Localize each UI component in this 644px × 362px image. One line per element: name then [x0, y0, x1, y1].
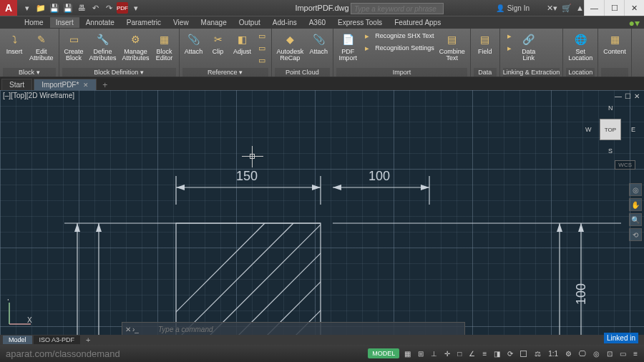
tab-parametric[interactable]: Parametric	[121, 17, 167, 28]
qat-print-icon[interactable]: 🖶	[76, 2, 87, 14]
set-location-button[interactable]: 🌐SetLocation	[566, 30, 595, 68]
search-box[interactable]	[351, 1, 444, 15]
recognition-settings-button[interactable]: ▸Recognition Settings	[361, 42, 436, 54]
pc-attach-button[interactable]: 📎Attach	[307, 30, 330, 68]
command-input[interactable]	[158, 326, 464, 333]
osnap-toggle-icon[interactable]: □	[455, 350, 464, 358]
tab-featured[interactable]: Featured Apps	[389, 17, 447, 28]
layout-model[interactable]: Model	[3, 336, 32, 344]
nav-wheel-icon[interactable]: ◎	[629, 183, 642, 196]
panel-blockdef-label[interactable]: Block Definition ▾	[62, 68, 176, 77]
viewcube-w[interactable]: W	[585, 126, 592, 133]
scale-label[interactable]: 1:1	[546, 350, 560, 358]
workspace-icon[interactable]: ⚙	[563, 350, 574, 358]
wcs-badge[interactable]: WCS	[615, 160, 635, 170]
filetab-start[interactable]: Start	[1, 79, 32, 90]
combine-text-button[interactable]: ▤CombineText	[437, 30, 467, 68]
close-button[interactable]: ✕	[624, 0, 644, 16]
content-button[interactable]: ▦Content	[601, 30, 628, 68]
exchange-icon[interactable]: ✕▾	[547, 4, 557, 13]
tab-a360[interactable]: A360	[303, 17, 331, 28]
tab-addins[interactable]: Add-ins	[267, 17, 303, 28]
panel-ref-label[interactable]: Reference ▾	[182, 68, 268, 77]
viewcube-s[interactable]: S	[608, 147, 613, 155]
isolate-icon[interactable]: ◎	[591, 350, 602, 358]
clip-button[interactable]: ✂Clip	[207, 30, 230, 68]
maximize-button[interactable]: ☐	[604, 0, 624, 16]
panel-import-label[interactable]: Import	[336, 68, 467, 77]
qat-dropdown-icon[interactable]: ▾	[130, 2, 142, 14]
insert-button[interactable]: ⤵Insert	[3, 30, 26, 68]
attach-button[interactable]: 📎Attach	[182, 30, 205, 68]
app-logo[interactable]: A	[0, 0, 17, 16]
layout-iso[interactable]: ISO A3-PDF	[34, 336, 81, 344]
qat-pdf-badge[interactable]: PDF	[117, 2, 128, 14]
tab-manage[interactable]: Manage	[195, 17, 233, 28]
polar-toggle-icon[interactable]: ✛	[442, 350, 452, 358]
link-row1[interactable]: ▸	[503, 30, 516, 41]
search-input[interactable]	[351, 3, 444, 14]
cycle-icon[interactable]: ⟳	[505, 350, 515, 358]
cmd-handle[interactable]: ✕ ›_	[122, 326, 158, 333]
viewcube-face[interactable]: TOP	[600, 119, 621, 140]
cart-icon[interactable]: 🛒	[562, 4, 572, 13]
status-model-button[interactable]: MODEL	[368, 348, 399, 358]
qat-save-icon[interactable]: 💾	[49, 2, 60, 14]
ribbon-collapse-icon[interactable]: ●▾	[629, 17, 640, 29]
link-row2[interactable]: ▸	[503, 42, 516, 54]
create-block-button[interactable]: ▭CreateBlock	[62, 30, 86, 68]
layout-add-button[interactable]: +	[82, 336, 94, 344]
frames-btn[interactable]: ▭	[255, 42, 268, 54]
otrack-toggle-icon[interactable]: ∠	[467, 350, 477, 358]
viewcube[interactable]: N S E W TOP	[585, 104, 635, 155]
filetab-importpdf[interactable]: ImportPDF*✕	[34, 79, 97, 90]
tab-view[interactable]: View	[167, 17, 195, 28]
clean-icon[interactable]: ▭	[618, 350, 628, 358]
define-attr-button[interactable]: 🔧DefineAttributes	[87, 30, 119, 68]
panel-linking-label[interactable]: Linking & Extraction	[503, 68, 560, 77]
command-line[interactable]: ✕ ›_	[122, 322, 465, 336]
recap-button[interactable]: ◆AutodeskReCap	[275, 30, 306, 68]
edit-attribute-button[interactable]: ✎EditAttribute	[27, 30, 56, 68]
signin-button[interactable]: 👤 Sign In	[496, 4, 530, 12]
qat-new-icon[interactable]: ▾	[21, 2, 33, 14]
viewcube-n[interactable]: N	[608, 104, 613, 112]
nav-zoom-icon[interactable]: 🔍	[629, 213, 642, 226]
underlay-btn[interactable]: ▭	[255, 30, 268, 41]
tab-home[interactable]: Home	[19, 17, 49, 28]
panel-loc-label[interactable]: Location	[566, 68, 595, 77]
tab-express[interactable]: Express Tools	[332, 17, 388, 28]
drawing-canvas[interactable]: [–][Top][2D Wireframe] — ☐ ✕ 150 100	[0, 90, 644, 345]
hardware-icon[interactable]: ⊡	[605, 350, 615, 358]
transparency-icon[interactable]: ◨	[492, 350, 502, 358]
grid-toggle-icon[interactable]: ▦	[402, 350, 413, 358]
panel-data-label[interactable]: Data	[474, 68, 497, 77]
viewcube-e[interactable]: E	[631, 126, 635, 133]
snap-btn[interactable]: ▭	[255, 54, 268, 66]
data-link-button[interactable]: 🔗DataLink	[517, 30, 540, 68]
lineweight-icon[interactable]: ≡	[480, 350, 489, 358]
qat-redo-icon[interactable]: ↷	[103, 2, 114, 14]
cmd-close-icon[interactable]: ✕	[125, 326, 131, 333]
field-button[interactable]: ▤Field	[474, 30, 497, 68]
snap-toggle-icon[interactable]: ⊞	[416, 350, 426, 358]
customize-icon[interactable]: ≡	[631, 350, 640, 358]
tab-insert[interactable]: Insert	[50, 17, 79, 28]
nav-orbit-icon[interactable]: ⟲	[629, 228, 642, 241]
qat-open-icon[interactable]: 📁	[35, 2, 47, 14]
close-icon[interactable]: ✕	[83, 82, 89, 89]
panel-block-label[interactable]: Block ▾	[3, 68, 56, 77]
manage-attr-button[interactable]: ⚙ManageAttributes	[120, 30, 152, 68]
adjust-button[interactable]: ◧Adjust	[231, 30, 254, 68]
qat-saveas-icon[interactable]: 💾	[62, 2, 74, 14]
qat-undo-icon[interactable]: ↶	[89, 2, 101, 14]
cmd-chevron-icon[interactable]: ›_	[132, 326, 139, 333]
nav-pan-icon[interactable]: ✋	[629, 198, 642, 211]
tab-annotate[interactable]: Annotate	[80, 17, 120, 28]
monitor-icon[interactable]: 🖵	[577, 350, 588, 358]
annoscale-icon[interactable]: ⚖	[532, 350, 543, 358]
add-tab-button[interactable]: +	[98, 80, 112, 90]
annotation-icon[interactable]: 🞎	[518, 350, 530, 358]
recognize-shx-button[interactable]: ▸Recognize SHX Text	[361, 30, 436, 41]
block-editor-button[interactable]: ▦BlockEditor	[153, 30, 176, 68]
